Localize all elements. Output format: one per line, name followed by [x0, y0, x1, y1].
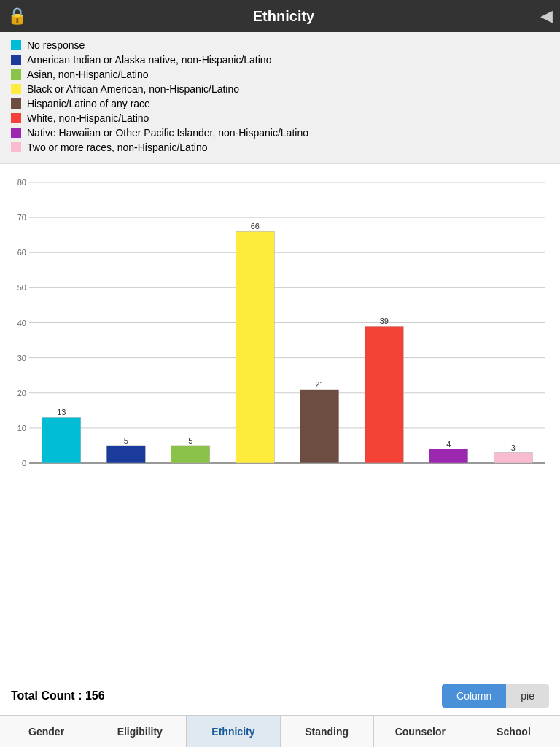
svg-text:50: 50 — [18, 283, 26, 292]
header: 🔒 Ethnicity ◀ — [0, 0, 560, 32]
legend-label: Native Hawaiian or Other Pacific Islande… — [27, 127, 308, 139]
svg-text:3: 3 — [511, 444, 516, 452]
svg-text:30: 30 — [18, 354, 26, 363]
lock-icon: 🔒 — [7, 7, 27, 26]
legend-label: Hispanic/Latino of any race — [27, 98, 150, 109]
legend-color-swatch — [11, 98, 21, 109]
svg-text:20: 20 — [18, 389, 26, 398]
back-button[interactable]: ◀ — [540, 7, 553, 26]
svg-text:13: 13 — [57, 408, 66, 417]
svg-rect-26 — [300, 390, 339, 463]
bottom-nav: GenderEligibilityEthnicityStandingCounse… — [0, 715, 560, 747]
nav-item-eligibility[interactable]: Eligibility — [93, 716, 187, 747]
svg-text:80: 80 — [18, 178, 26, 187]
legend-color-swatch — [11, 142, 21, 152]
legend-label: No response — [27, 39, 85, 51]
svg-text:4: 4 — [446, 440, 451, 449]
svg-text:5: 5 — [124, 436, 128, 445]
legend-item: Black or African American, non-Hispanic/… — [11, 83, 549, 95]
svg-rect-32 — [494, 453, 532, 463]
svg-text:5: 5 — [188, 436, 192, 445]
svg-text:10: 10 — [18, 424, 26, 433]
legend: No responseAmerican Indian or Alaska nat… — [0, 32, 560, 164]
column-button[interactable]: Column — [442, 684, 506, 708]
svg-rect-22 — [171, 446, 210, 463]
svg-rect-30 — [429, 449, 468, 463]
total-count: Total Count : 156 — [11, 689, 105, 703]
svg-text:21: 21 — [315, 380, 324, 389]
legend-item: American Indian or Alaska native, non-Hi… — [11, 54, 549, 66]
legend-item: Asian, non-Hispanic/Latino — [11, 69, 549, 80]
legend-color-swatch — [11, 113, 21, 123]
legend-item: Hispanic/Latino of any race — [11, 98, 549, 109]
svg-text:0: 0 — [22, 459, 26, 468]
svg-rect-24 — [236, 231, 274, 463]
svg-rect-18 — [42, 417, 81, 463]
svg-text:39: 39 — [380, 317, 389, 325]
legend-item: Two or more races, non-Hispanic/Latino — [11, 142, 549, 153]
legend-color-swatch — [11, 128, 21, 138]
svg-rect-20 — [106, 446, 145, 463]
legend-label: Two or more races, non-Hispanic/Latino — [27, 142, 207, 153]
nav-item-school[interactable]: School — [467, 716, 560, 747]
svg-text:70: 70 — [18, 213, 26, 222]
legend-label: American Indian or Alaska native, non-Hi… — [27, 54, 271, 66]
nav-item-standing[interactable]: Standing — [281, 716, 374, 747]
legend-label: White, non-Hispanic/Latino — [27, 112, 149, 124]
chart-type-buttons: Column pie — [442, 684, 549, 708]
legend-item: Native Hawaiian or Other Pacific Islande… — [11, 127, 549, 139]
page-title: Ethnicity — [27, 8, 540, 25]
pie-button[interactable]: pie — [506, 684, 549, 708]
chart-container: 01020304050607080135566213943 — [0, 164, 560, 488]
bar-chart: 01020304050607080135566213943 — [7, 171, 553, 485]
svg-text:40: 40 — [18, 319, 26, 328]
legend-item: White, non-Hispanic/Latino — [11, 112, 549, 124]
nav-item-counselor[interactable]: Counselor — [374, 716, 467, 747]
legend-color-swatch — [11, 69, 21, 80]
nav-item-gender[interactable]: Gender — [0, 716, 93, 747]
nav-item-ethnicity[interactable]: Ethnicity — [187, 716, 280, 747]
svg-rect-28 — [365, 326, 403, 463]
svg-text:66: 66 — [251, 222, 260, 231]
legend-color-swatch — [11, 84, 21, 94]
svg-text:60: 60 — [18, 248, 26, 257]
legend-color-swatch — [11, 55, 21, 65]
legend-color-swatch — [11, 40, 21, 50]
legend-label: Asian, non-Hispanic/Latino — [27, 69, 149, 80]
legend-label: Black or African American, non-Hispanic/… — [27, 83, 239, 95]
legend-item: No response — [11, 39, 549, 51]
bottom-section: Total Count : 156 Column pie — [0, 677, 560, 715]
